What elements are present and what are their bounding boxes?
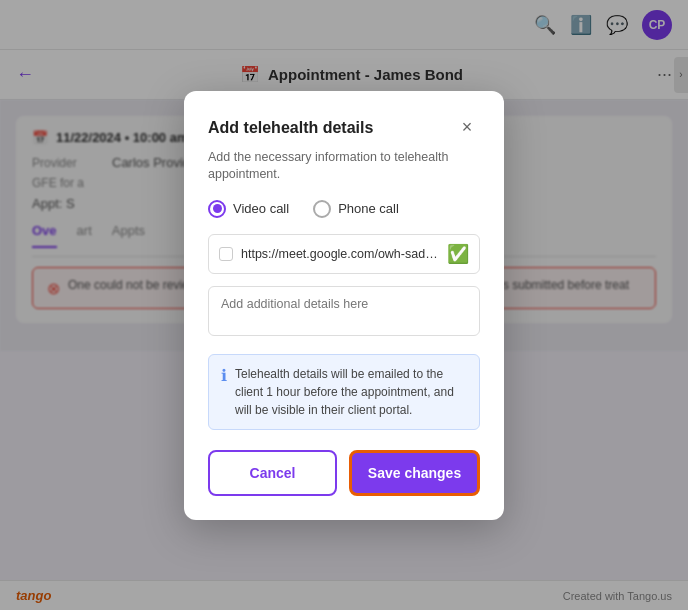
radio-video-call-indicator — [208, 200, 226, 218]
modal-subtitle: Add the necessary information to telehea… — [208, 149, 480, 184]
modal-dialog: Add telehealth details × Add the necessa… — [184, 91, 504, 520]
info-banner: ℹ Telehealth details will be emailed to … — [208, 354, 480, 430]
check-circle-icon: ✅ — [447, 243, 469, 265]
additional-details-input[interactable] — [208, 286, 480, 336]
overlay: Add telehealth details × Add the necessa… — [0, 0, 688, 610]
save-changes-button[interactable]: Save changes — [349, 450, 480, 496]
info-banner-icon: ℹ — [221, 366, 227, 385]
radio-video-call[interactable]: Video call — [208, 200, 289, 218]
url-input-row: https://meet.google.com/owh-sads-tqd ✅ — [208, 234, 480, 274]
radio-phone-call[interactable]: Phone call — [313, 200, 399, 218]
modal-header: Add telehealth details × — [208, 115, 480, 141]
radio-phone-call-indicator — [313, 200, 331, 218]
modal-title: Add telehealth details — [208, 119, 373, 137]
url-checkbox[interactable] — [219, 247, 233, 261]
radio-group: Video call Phone call — [208, 200, 480, 218]
modal-close-button[interactable]: × — [454, 115, 480, 141]
radio-phone-call-label: Phone call — [338, 201, 399, 216]
radio-video-call-label: Video call — [233, 201, 289, 216]
radio-video-call-inner — [213, 204, 222, 213]
cancel-button[interactable]: Cancel — [208, 450, 337, 496]
modal-buttons: Cancel Save changes — [208, 450, 480, 496]
info-banner-text: Telehealth details will be emailed to th… — [235, 365, 467, 419]
url-value: https://meet.google.com/owh-sads-tqd — [241, 247, 439, 261]
